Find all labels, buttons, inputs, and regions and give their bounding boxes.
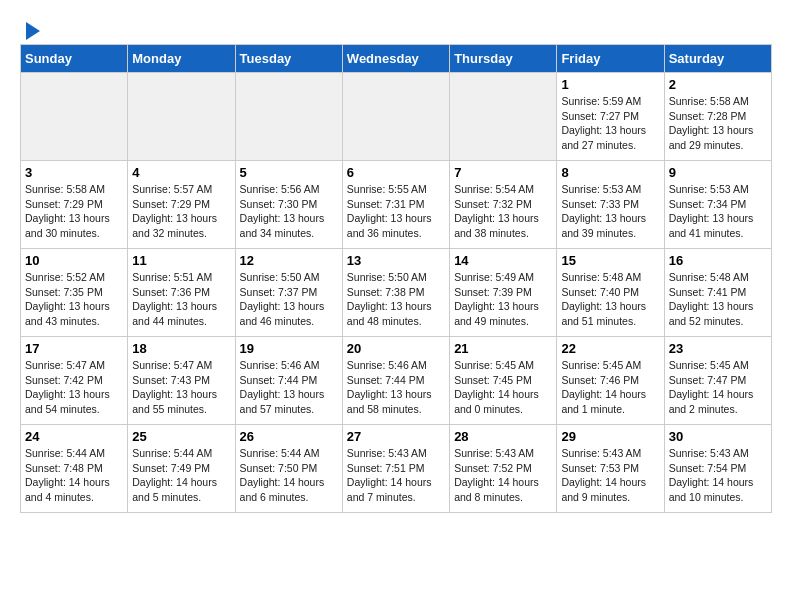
day-number: 6 [347,165,445,180]
day-number: 23 [669,341,767,356]
week-row-1: 1Sunrise: 5:59 AMSunset: 7:27 PMDaylight… [21,73,772,161]
calendar-cell [235,73,342,161]
calendar-cell: 29Sunrise: 5:43 AMSunset: 7:53 PMDayligh… [557,425,664,513]
day-info: Sunrise: 5:45 AMSunset: 7:46 PMDaylight:… [561,358,659,417]
calendar-cell: 28Sunrise: 5:43 AMSunset: 7:52 PMDayligh… [450,425,557,513]
calendar-cell: 26Sunrise: 5:44 AMSunset: 7:50 PMDayligh… [235,425,342,513]
calendar-cell: 12Sunrise: 5:50 AMSunset: 7:37 PMDayligh… [235,249,342,337]
day-number: 7 [454,165,552,180]
day-number: 13 [347,253,445,268]
calendar-cell: 16Sunrise: 5:48 AMSunset: 7:41 PMDayligh… [664,249,771,337]
day-info: Sunrise: 5:43 AMSunset: 7:53 PMDaylight:… [561,446,659,505]
calendar-cell: 24Sunrise: 5:44 AMSunset: 7:48 PMDayligh… [21,425,128,513]
week-row-4: 17Sunrise: 5:47 AMSunset: 7:42 PMDayligh… [21,337,772,425]
calendar-cell: 1Sunrise: 5:59 AMSunset: 7:27 PMDaylight… [557,73,664,161]
calendar-cell: 19Sunrise: 5:46 AMSunset: 7:44 PMDayligh… [235,337,342,425]
calendar-cell [450,73,557,161]
calendar-table: SundayMondayTuesdayWednesdayThursdayFrid… [20,44,772,513]
calendar-cell: 30Sunrise: 5:43 AMSunset: 7:54 PMDayligh… [664,425,771,513]
day-info: Sunrise: 5:46 AMSunset: 7:44 PMDaylight:… [347,358,445,417]
calendar-cell: 11Sunrise: 5:51 AMSunset: 7:36 PMDayligh… [128,249,235,337]
day-info: Sunrise: 5:43 AMSunset: 7:54 PMDaylight:… [669,446,767,505]
day-number: 12 [240,253,338,268]
day-info: Sunrise: 5:47 AMSunset: 7:43 PMDaylight:… [132,358,230,417]
page-header [20,20,772,36]
week-row-3: 10Sunrise: 5:52 AMSunset: 7:35 PMDayligh… [21,249,772,337]
weekday-header-monday: Monday [128,45,235,73]
calendar-cell: 10Sunrise: 5:52 AMSunset: 7:35 PMDayligh… [21,249,128,337]
day-info: Sunrise: 5:47 AMSunset: 7:42 PMDaylight:… [25,358,123,417]
day-info: Sunrise: 5:58 AMSunset: 7:29 PMDaylight:… [25,182,123,241]
weekday-header-saturday: Saturday [664,45,771,73]
calendar-cell: 13Sunrise: 5:50 AMSunset: 7:38 PMDayligh… [342,249,449,337]
day-info: Sunrise: 5:46 AMSunset: 7:44 PMDaylight:… [240,358,338,417]
logo-arrow-icon [22,20,44,42]
calendar-cell [128,73,235,161]
day-info: Sunrise: 5:50 AMSunset: 7:37 PMDaylight:… [240,270,338,329]
day-info: Sunrise: 5:49 AMSunset: 7:39 PMDaylight:… [454,270,552,329]
day-number: 3 [25,165,123,180]
weekday-header-friday: Friday [557,45,664,73]
calendar-cell: 18Sunrise: 5:47 AMSunset: 7:43 PMDayligh… [128,337,235,425]
day-info: Sunrise: 5:48 AMSunset: 7:40 PMDaylight:… [561,270,659,329]
day-info: Sunrise: 5:44 AMSunset: 7:49 PMDaylight:… [132,446,230,505]
svg-marker-0 [26,22,40,40]
logo [20,20,44,36]
day-number: 20 [347,341,445,356]
day-number: 26 [240,429,338,444]
day-info: Sunrise: 5:54 AMSunset: 7:32 PMDaylight:… [454,182,552,241]
day-info: Sunrise: 5:45 AMSunset: 7:47 PMDaylight:… [669,358,767,417]
calendar-cell: 27Sunrise: 5:43 AMSunset: 7:51 PMDayligh… [342,425,449,513]
day-info: Sunrise: 5:53 AMSunset: 7:33 PMDaylight:… [561,182,659,241]
day-info: Sunrise: 5:43 AMSunset: 7:52 PMDaylight:… [454,446,552,505]
calendar-cell: 9Sunrise: 5:53 AMSunset: 7:34 PMDaylight… [664,161,771,249]
day-info: Sunrise: 5:44 AMSunset: 7:48 PMDaylight:… [25,446,123,505]
calendar-cell: 3Sunrise: 5:58 AMSunset: 7:29 PMDaylight… [21,161,128,249]
calendar-cell: 15Sunrise: 5:48 AMSunset: 7:40 PMDayligh… [557,249,664,337]
calendar-cell: 25Sunrise: 5:44 AMSunset: 7:49 PMDayligh… [128,425,235,513]
day-number: 2 [669,77,767,92]
calendar-header-row: SundayMondayTuesdayWednesdayThursdayFrid… [21,45,772,73]
day-number: 24 [25,429,123,444]
day-info: Sunrise: 5:44 AMSunset: 7:50 PMDaylight:… [240,446,338,505]
day-number: 14 [454,253,552,268]
day-number: 19 [240,341,338,356]
day-number: 17 [25,341,123,356]
calendar-cell: 6Sunrise: 5:55 AMSunset: 7:31 PMDaylight… [342,161,449,249]
day-number: 22 [561,341,659,356]
calendar-cell [342,73,449,161]
day-number: 27 [347,429,445,444]
day-info: Sunrise: 5:51 AMSunset: 7:36 PMDaylight:… [132,270,230,329]
day-info: Sunrise: 5:55 AMSunset: 7:31 PMDaylight:… [347,182,445,241]
day-number: 9 [669,165,767,180]
calendar-cell: 7Sunrise: 5:54 AMSunset: 7:32 PMDaylight… [450,161,557,249]
day-number: 18 [132,341,230,356]
day-info: Sunrise: 5:58 AMSunset: 7:28 PMDaylight:… [669,94,767,153]
calendar-cell: 21Sunrise: 5:45 AMSunset: 7:45 PMDayligh… [450,337,557,425]
week-row-5: 24Sunrise: 5:44 AMSunset: 7:48 PMDayligh… [21,425,772,513]
day-number: 21 [454,341,552,356]
calendar-cell: 22Sunrise: 5:45 AMSunset: 7:46 PMDayligh… [557,337,664,425]
day-info: Sunrise: 5:59 AMSunset: 7:27 PMDaylight:… [561,94,659,153]
calendar-cell [21,73,128,161]
weekday-header-tuesday: Tuesday [235,45,342,73]
day-info: Sunrise: 5:57 AMSunset: 7:29 PMDaylight:… [132,182,230,241]
day-number: 10 [25,253,123,268]
day-number: 29 [561,429,659,444]
day-number: 8 [561,165,659,180]
week-row-2: 3Sunrise: 5:58 AMSunset: 7:29 PMDaylight… [21,161,772,249]
calendar-cell: 23Sunrise: 5:45 AMSunset: 7:47 PMDayligh… [664,337,771,425]
day-info: Sunrise: 5:50 AMSunset: 7:38 PMDaylight:… [347,270,445,329]
day-number: 5 [240,165,338,180]
day-number: 15 [561,253,659,268]
calendar-cell: 4Sunrise: 5:57 AMSunset: 7:29 PMDaylight… [128,161,235,249]
weekday-header-thursday: Thursday [450,45,557,73]
day-info: Sunrise: 5:53 AMSunset: 7:34 PMDaylight:… [669,182,767,241]
day-info: Sunrise: 5:43 AMSunset: 7:51 PMDaylight:… [347,446,445,505]
day-info: Sunrise: 5:56 AMSunset: 7:30 PMDaylight:… [240,182,338,241]
calendar-cell: 8Sunrise: 5:53 AMSunset: 7:33 PMDaylight… [557,161,664,249]
day-info: Sunrise: 5:48 AMSunset: 7:41 PMDaylight:… [669,270,767,329]
weekday-header-wednesday: Wednesday [342,45,449,73]
calendar-cell: 5Sunrise: 5:56 AMSunset: 7:30 PMDaylight… [235,161,342,249]
calendar-cell: 2Sunrise: 5:58 AMSunset: 7:28 PMDaylight… [664,73,771,161]
